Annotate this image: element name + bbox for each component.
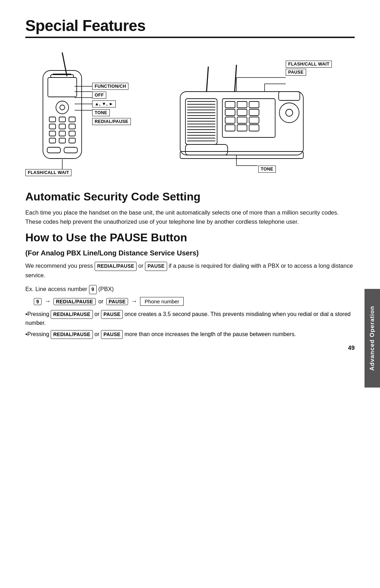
automatic-security-body: Each time you place the handset on the b… [25, 208, 355, 226]
label-redial-pause: REDIAL/PAUSE [92, 118, 131, 125]
base-section: FLASH/CALL WAIT PAUSE TONE [166, 49, 342, 176]
base-label-tone: TONE [258, 166, 276, 173]
svg-line-0 [62, 53, 67, 76]
svg-rect-10 [59, 124, 65, 129]
or-text-seq: or [99, 298, 103, 305]
kbd-nine: 9 [89, 285, 97, 294]
svg-rect-49 [237, 101, 247, 108]
label-arrows: ▲, ▼, ► [92, 100, 116, 107]
intro-prefix: We recommend you press [25, 262, 93, 269]
page-title: Special Features [25, 17, 355, 35]
side-tab-label: Advanced Operation [369, 306, 376, 371]
svg-rect-18 [47, 147, 61, 153]
bullet-2-text: •Pressing REDIAL/PAUSE or PAUSE more tha… [25, 330, 296, 339]
bullet-1-text: •Pressing REDIAL/PAUSE or PAUSE once cre… [25, 310, 355, 327]
label-off: OFF [92, 92, 106, 99]
label-flash-call-wait-base: FLASH/CALL WAIT [286, 61, 332, 68]
svg-rect-8 [69, 117, 75, 122]
svg-point-4 [56, 101, 69, 114]
svg-rect-53 [249, 109, 259, 116]
arrow-1: → [44, 298, 51, 305]
svg-rect-57 [225, 125, 235, 131]
or-text-1: or [138, 262, 145, 269]
svg-rect-15 [49, 138, 56, 143]
svg-rect-14 [69, 131, 75, 136]
label-flash-call-wait-handset: FLASH/CALL WAIT [25, 169, 71, 176]
svg-point-5 [60, 105, 65, 110]
svg-point-61 [286, 109, 293, 116]
pause-button-intro: We recommend you press REDIAL/PAUSE or P… [25, 261, 355, 280]
svg-point-60 [279, 103, 299, 123]
kbd-redial-pause-seq: REDIAL/PAUSE [53, 298, 96, 305]
diagram-area: FUNCTION/CH OFF ▲, ▼, ► TONE REDIAL/PAUS… [25, 49, 355, 176]
svg-rect-7 [59, 117, 65, 122]
svg-rect-55 [237, 117, 247, 123]
svg-rect-16 [59, 138, 65, 143]
svg-rect-58 [237, 125, 247, 131]
svg-rect-11 [69, 124, 75, 129]
side-tab: Advanced Operation [365, 289, 380, 388]
pause-button-title: How to Use the PAUSE Button [25, 231, 355, 244]
title-rule [25, 37, 355, 38]
label-flash-handset-wrap: FLASH/CALL WAIT [25, 169, 71, 176]
svg-line-28 [207, 67, 208, 92]
svg-rect-48 [225, 101, 235, 108]
page-number: 49 [348, 345, 355, 352]
svg-rect-56 [249, 117, 259, 123]
kbd-pause-b2: PAUSE [101, 330, 123, 339]
kbd-nine-seq: 9 [34, 298, 42, 305]
example-sequence: 9 → REDIAL/PAUSE or PAUSE → Phone number [34, 297, 355, 306]
svg-rect-1 [43, 70, 82, 159]
pause-button-subtitle: (For Analog PBX Line/Long Distance Servi… [25, 249, 355, 257]
svg-rect-9 [49, 124, 56, 129]
kbd-pause-b1: PAUSE [101, 310, 123, 319]
automatic-security-title: Automatic Security Code Setting [25, 190, 355, 203]
label-pause-base: PAUSE [286, 69, 306, 76]
svg-rect-13 [59, 131, 65, 136]
svg-rect-54 [225, 117, 235, 123]
label-tone: TONE [92, 109, 110, 116]
phone-number-box: Phone number [140, 297, 184, 306]
arrow-2: → [131, 298, 137, 305]
svg-rect-51 [225, 109, 235, 116]
label-tone-base: TONE [258, 166, 276, 173]
svg-rect-50 [249, 101, 259, 108]
handset-section: FUNCTION/CH OFF ▲, ▼, ► TONE REDIAL/PAUS… [25, 49, 145, 176]
svg-rect-2 [48, 78, 77, 97]
page-container: Special Features [0, 0, 380, 363]
kbd-redial-pause-b1: REDIAL/PAUSE [51, 310, 93, 319]
svg-rect-47 [222, 99, 275, 137]
bullet-item-1: •Pressing REDIAL/PAUSE or PAUSE once cre… [25, 310, 355, 327]
base-drawing [166, 63, 335, 176]
svg-rect-59 [249, 125, 259, 131]
kbd-pause-1: PAUSE [145, 262, 167, 271]
base-label-pause: PAUSE [286, 69, 306, 76]
svg-rect-19 [64, 147, 77, 153]
svg-rect-64 [185, 144, 228, 155]
kbd-redial-pause-b2: REDIAL/PAUSE [51, 330, 93, 339]
example-label: Ex. Line access number 9 (PBX) [25, 285, 355, 294]
bullet-item-2: •Pressing REDIAL/PAUSE or PAUSE more tha… [25, 330, 355, 339]
label-function-ch: FUNCTION/CH [92, 83, 128, 90]
svg-rect-20 [51, 75, 74, 78]
svg-rect-6 [49, 117, 56, 122]
svg-rect-12 [49, 131, 56, 136]
handset-label-group: FUNCTION/CH OFF ▲, ▼, ► TONE REDIAL/PAUS… [92, 83, 131, 127]
svg-rect-31 [185, 99, 217, 144]
kbd-redial-pause-1: REDIAL/PAUSE [95, 262, 137, 271]
svg-rect-62 [279, 92, 300, 100]
svg-rect-52 [237, 109, 247, 116]
svg-rect-17 [69, 138, 75, 143]
kbd-pause-seq: PAUSE [106, 298, 128, 305]
base-label-flash: FLASH/CALL WAIT [286, 61, 332, 68]
